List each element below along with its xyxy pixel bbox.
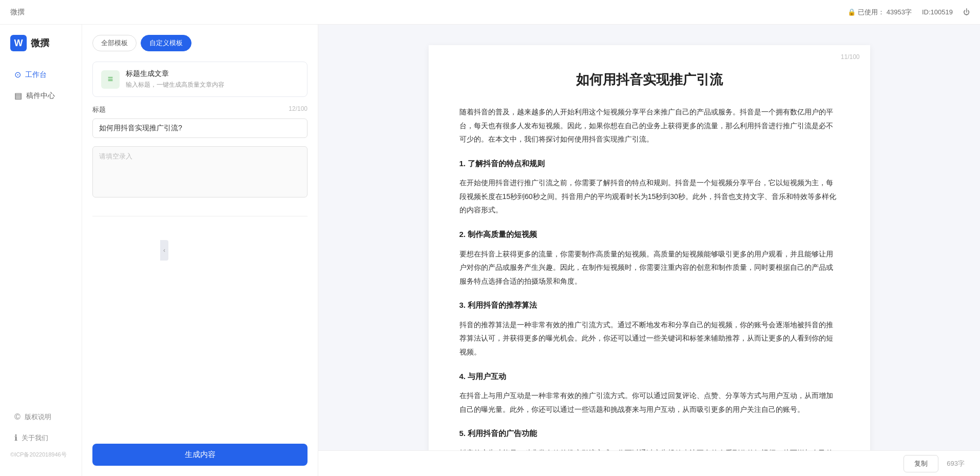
template-tab-row: 全部模板 自定义模板 bbox=[92, 35, 308, 51]
main-layout: W 微撰 ⊙ 工作台 ▤ 稿件中心 © 版权说明 ℹ 关于我们 ©ICP备202… bbox=[0, 25, 980, 476]
topbar-right: 🔒 已使用： 43953字 ID:100519 ⏻ bbox=[848, 8, 970, 17]
doc-section-3-content: 在抖音上与用户互动是一种非常有效的推广引流方式。你可以通过回复评论、点赞、分享等… bbox=[459, 389, 839, 416]
sidebar-item-drafts[interactable]: ▤ 稿件中心 bbox=[4, 86, 78, 106]
doc-footer: 复制 693字 bbox=[318, 450, 980, 476]
sidebar-nav: ⊙ 工作台 ▤ 稿件中心 bbox=[0, 64, 82, 406]
title-input[interactable] bbox=[92, 118, 308, 138]
doc-area: 11/100 如何用抖音实现推广引流 随着抖音的普及，越来越多的人开始利用这个短… bbox=[318, 25, 980, 450]
usage-label: 已使用： bbox=[858, 8, 885, 17]
sidebar-item-workbench[interactable]: ⊙ 工作台 bbox=[4, 65, 78, 85]
doc-section-2: 3. 利用抖音的推荐算法 抖音的推荐算法是一种非常有效的推广引流方式。通过不断地… bbox=[459, 298, 839, 359]
doc-page-num: 11/100 bbox=[841, 53, 860, 61]
sidebar-item-workbench-label: 工作台 bbox=[25, 70, 47, 80]
copyright-icon: © bbox=[14, 412, 21, 422]
form-section-placeholder: 请填空录入 bbox=[92, 146, 308, 197]
logo: W 微撰 bbox=[0, 35, 82, 64]
icp-text: ©ICP备2022018946号 bbox=[0, 449, 82, 461]
form-label-title-text: 标题 bbox=[92, 105, 106, 114]
workbench-icon: ⊙ bbox=[14, 70, 21, 80]
template-card[interactable]: ≡ 标题生成文章 输入标题，一键生成高质量文章内容 bbox=[92, 62, 308, 97]
template-card-desc: 输入标题，一键生成高质量文章内容 bbox=[126, 81, 224, 89]
tab-custom-templates[interactable]: 自定义模板 bbox=[141, 35, 191, 51]
generate-button[interactable]: 生成内容 bbox=[92, 444, 308, 466]
left-panel: 全部模板 自定义模板 ≡ 标题生成文章 输入标题，一键生成高质量文章内容 标题 … bbox=[82, 25, 318, 476]
usage-value: 43953字 bbox=[887, 8, 912, 17]
sidebar-item-about[interactable]: ℹ 关于我们 bbox=[4, 428, 78, 448]
doc-section-1-heading: 2. 制作高质量的短视频 bbox=[459, 227, 839, 242]
doc-section-0-content: 在开始使用抖音进行推广引流之前，你需要了解抖音的特点和规则。抖音是一个短视频分享… bbox=[459, 176, 839, 217]
tab-all-templates[interactable]: 全部模板 bbox=[92, 35, 137, 51]
content-area: ‹ 全部模板 自定义模板 ≡ 标题生成文章 输入标题，一键生成高质量文章内容 标… bbox=[82, 25, 980, 476]
sidebar-item-about-label: 关于我们 bbox=[22, 433, 48, 443]
sidebar-item-copyright-label: 版权说明 bbox=[25, 412, 51, 422]
right-panel: 11/100 如何用抖音实现推广引流 随着抖音的普及，越来越多的人开始利用这个短… bbox=[318, 25, 980, 476]
doc-page: 11/100 如何用抖音实现推广引流 随着抖音的普及，越来越多的人开始利用这个短… bbox=[429, 45, 870, 450]
sidebar-item-copyright[interactable]: © 版权说明 bbox=[4, 407, 78, 427]
copy-button[interactable]: 复制 bbox=[904, 455, 938, 472]
doc-title: 如何用抖音实现推广引流 bbox=[459, 71, 839, 89]
placeholder-area[interactable]: 请填空录入 bbox=[92, 146, 308, 197]
power-icon[interactable]: ⏻ bbox=[963, 8, 970, 16]
user-id: ID:100519 bbox=[922, 8, 953, 16]
doc-section-3-heading: 4. 与用户互动 bbox=[459, 369, 839, 384]
sidebar-bottom: © 版权说明 ℹ 关于我们 ©ICP备2022018946号 bbox=[0, 406, 82, 466]
logo-icon: W bbox=[10, 35, 27, 51]
sidebar: W 微撰 ⊙ 工作台 ▤ 稿件中心 © 版权说明 ℹ 关于我们 ©ICP备202… bbox=[0, 25, 82, 476]
template-card-info: 标题生成文章 输入标题，一键生成高质量文章内容 bbox=[126, 69, 224, 89]
doc-section-1: 2. 制作高质量的短视频 要想在抖音上获得更多的流量，你需要制作高质量的短视频。… bbox=[459, 227, 839, 288]
usage-icon: 🔒 bbox=[848, 8, 856, 16]
sidebar-item-drafts-label: 稿件中心 bbox=[26, 91, 55, 101]
template-card-name: 标题生成文章 bbox=[126, 69, 224, 78]
usage-info: 🔒 已使用： 43953字 bbox=[848, 8, 912, 17]
doc-section-4-heading: 5. 利用抖音的广告功能 bbox=[459, 426, 839, 441]
doc-section-1-content: 要想在抖音上获得更多的流量，你需要制作高质量的短视频。高质量的短视频能够吸引更多… bbox=[459, 247, 839, 288]
template-card-icon: ≡ bbox=[101, 70, 120, 89]
doc-section-2-content: 抖音的推荐算法是一种非常有效的推广引流方式。通过不断地发布和分享自己的短视频，你… bbox=[459, 318, 839, 359]
sidebar-collapse-button[interactable]: ‹ bbox=[160, 240, 168, 261]
doc-section-0: 1. 了解抖音的特点和规则 在开始使用抖音进行推广引流之前，你需要了解抖音的特点… bbox=[459, 156, 839, 217]
logo-text: 微撰 bbox=[31, 37, 49, 49]
doc-body: 随着抖音的普及，越来越多的人开始利用这个短视频分享平台来推广自己的产品或服务。抖… bbox=[459, 105, 839, 450]
topbar-title: 微撰 bbox=[10, 8, 25, 17]
drafts-icon: ▤ bbox=[14, 91, 22, 101]
doc-section-4: 5. 利用抖音的广告功能 抖音的广告功能是一种非常有效的推广引流方式。你可以通过… bbox=[459, 426, 839, 450]
form-divider bbox=[92, 216, 308, 216]
form-label-title: 标题 12/100 bbox=[92, 105, 308, 114]
topbar: 微撰 🔒 已使用： 43953字 ID:100519 ⏻ bbox=[0, 0, 980, 25]
about-icon: ℹ bbox=[14, 433, 17, 443]
form-title-count: 12/100 bbox=[289, 105, 308, 114]
word-count: 693字 bbox=[947, 459, 965, 468]
doc-section-2-heading: 3. 利用抖音的推荐算法 bbox=[459, 298, 839, 313]
form-section-title: 标题 12/100 bbox=[92, 105, 308, 138]
doc-section-0-heading: 1. 了解抖音的特点和规则 bbox=[459, 156, 839, 171]
doc-intro: 随着抖音的普及，越来越多的人开始利用这个短视频分享平台来推广自己的产品或服务。抖… bbox=[459, 105, 839, 146]
doc-section-4-content: 抖音的广告功能是一种非常有效的推广引流方式。你可以通过广告投放来让更多的人看到你… bbox=[459, 446, 839, 450]
doc-section-3: 4. 与用户互动 在抖音上与用户互动是一种非常有效的推广引流方式。你可以通过回复… bbox=[459, 369, 839, 417]
